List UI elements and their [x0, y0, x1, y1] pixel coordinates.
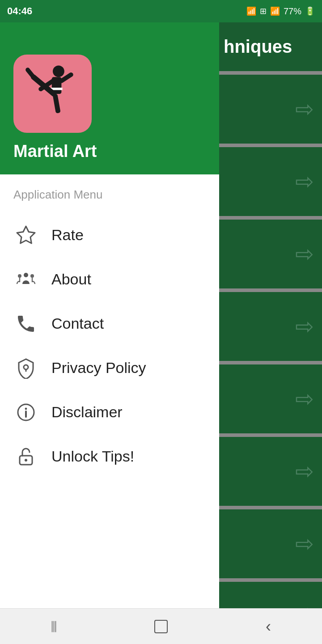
- signal-icon: 📶: [246, 6, 256, 16]
- svg-line-5: [28, 70, 34, 77]
- home-button[interactable]: [143, 613, 179, 640]
- right-list-item-1[interactable]: ⇨: [219, 75, 322, 144]
- svg-point-10: [30, 274, 34, 278]
- app-name: Martial Art: [13, 142, 97, 161]
- bottom-navigation: ⦀ ‹: [0, 608, 322, 644]
- right-header-text: hniques: [224, 37, 292, 57]
- unlock-label: Unlock Tips!: [51, 448, 134, 465]
- arrow-icon-1: ⇨: [295, 96, 314, 122]
- right-list-item-6[interactable]: ⇨: [219, 437, 322, 506]
- about-label: About: [51, 271, 91, 288]
- menu-item-disclaimer[interactable]: Disclaimer: [0, 390, 219, 434]
- svg-line-7: [61, 74, 71, 80]
- menu-item-unlock[interactable]: Unlock Tips!: [0, 434, 219, 479]
- svg-point-8: [24, 273, 28, 277]
- battery-icon: 🔋: [305, 6, 315, 16]
- recents-icon: ⦀: [51, 617, 57, 636]
- contact-icon: [13, 311, 38, 336]
- battery-level: 77%: [284, 6, 301, 17]
- karate-silhouette: [21, 63, 84, 125]
- signal2-icon: 📶: [270, 6, 280, 16]
- right-list-item-3[interactable]: ⇨: [219, 220, 322, 288]
- drawer-header: Martial Art: [0, 22, 219, 174]
- star-icon: [13, 223, 38, 247]
- people-icon: [13, 267, 38, 292]
- info-icon: [13, 400, 38, 424]
- privacy-label: Privacy Policy: [51, 359, 146, 377]
- arrow-icon-3: ⇨: [295, 241, 314, 267]
- status-right: 📶 ⊞ 📶 77% 🔋: [246, 6, 315, 17]
- lock-icon: [13, 444, 38, 469]
- arrow-icon-4: ⇨: [295, 314, 314, 339]
- right-header: hniques: [219, 22, 322, 71]
- home-icon: [154, 620, 168, 633]
- right-list-item-7[interactable]: ⇨: [219, 509, 322, 578]
- menu-item-rate[interactable]: Rate: [0, 213, 219, 257]
- drawer: Martial Art Application Menu Rate: [0, 22, 219, 644]
- svg-point-9: [18, 274, 21, 278]
- status-time: 04:46: [7, 5, 32, 17]
- right-list-item-4[interactable]: ⇨: [219, 292, 322, 361]
- contact-label: Contact: [51, 315, 104, 332]
- menu-item-privacy[interactable]: Privacy Policy: [0, 346, 219, 390]
- status-bar: 04:46 📶 ⊞ 📶 77% 🔋: [0, 0, 322, 22]
- menu-items: Rate About: [0, 208, 219, 644]
- recents-button[interactable]: ⦀: [36, 613, 72, 640]
- arrow-icon-2: ⇨: [295, 169, 314, 195]
- right-list-item-5[interactable]: ⇨: [219, 364, 322, 433]
- app-icon: [13, 55, 92, 133]
- right-panel: hniques ⇨ ⇨ ⇨ ⇨ ⇨ ⇨ ⇨ ⇨: [219, 22, 322, 644]
- wifi-icon: ⊞: [260, 6, 267, 16]
- svg-rect-3: [52, 93, 60, 113]
- svg-point-0: [53, 65, 64, 77]
- menu-item-contact[interactable]: Contact: [0, 301, 219, 346]
- disclaimer-label: Disclaimer: [51, 403, 123, 421]
- arrow-icon-7: ⇨: [295, 531, 314, 557]
- menu-section-label: Application Menu: [0, 174, 219, 208]
- back-icon: ‹: [266, 617, 271, 636]
- back-button[interactable]: ‹: [250, 613, 286, 640]
- svg-point-19: [25, 459, 27, 462]
- right-list-item-2[interactable]: ⇨: [219, 147, 322, 216]
- menu-item-about[interactable]: About: [0, 257, 219, 301]
- svg-point-13: [24, 365, 28, 369]
- svg-point-17: [25, 407, 27, 410]
- arrow-icon-6: ⇨: [295, 458, 314, 484]
- arrow-icon-5: ⇨: [295, 386, 314, 412]
- shield-icon: [13, 356, 38, 380]
- rate-label: Rate: [51, 226, 84, 244]
